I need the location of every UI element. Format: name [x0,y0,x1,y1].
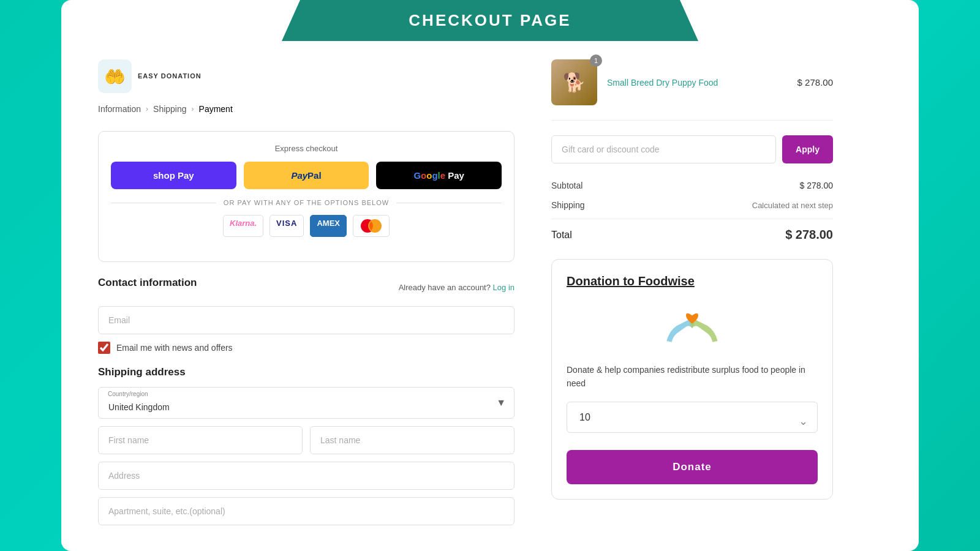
contact-section-title: Contact information [98,277,197,289]
subtotal-row: Subtotal $ 278.00 [551,176,833,195]
subtotal-label: Subtotal [551,181,582,190]
breadcrumb-sep-2: › [192,105,194,113]
klarna-icon: Klarna. [223,215,263,237]
apply-button[interactable]: Apply [782,135,833,163]
breadcrumb-shipping[interactable]: Shipping [153,104,187,114]
shop-pay-label: shop Pay [153,170,194,181]
product-price: $ 278.00 [797,77,833,88]
shipping-row: Shipping Calculated at next step [551,195,833,215]
brand-name: EASY DONATION [138,72,202,80]
donation-amount-select[interactable]: 5 10 15 20 25 50 [567,402,818,433]
breadcrumb-payment[interactable]: Payment [199,104,233,114]
product-image: 🐕 [551,59,597,105]
product-item: 🐕 1 Small Breed Dry Puppy Food $ 278.00 [551,59,833,121]
apartment-input[interactable] [98,497,514,525]
total-row: Total $ 278.00 [551,219,833,247]
account-prompt-text: Already have an account? [399,283,491,292]
email-input[interactable] [98,306,514,334]
or-divider: OR PAY WITH ANY OF THE OPTIONS BELOW [111,199,502,206]
page-title: CHECKOUT PAGE [282,11,698,30]
account-prompt: Already have an account? Log in [399,283,514,292]
breadcrumb-information[interactable]: Information [98,104,141,114]
donation-title: Donation to Foodwise [567,274,818,288]
subtotal-value: $ 278.00 [800,181,834,190]
donate-button[interactable]: Donate [567,450,818,484]
total-value: $ 278.00 [785,228,833,242]
product-badge: 1 [590,54,602,67]
shipping-section: Shipping address Country/region United K… [98,366,514,533]
gpay-label: Google Pay [413,170,464,181]
donation-description: Donate & help companies redistribute sur… [567,363,818,391]
login-link[interactable]: Log in [493,283,514,292]
visa-icon: VISA [270,215,304,237]
address-input[interactable] [98,462,514,490]
or-text: OR PAY WITH ANY OF THE OPTIONS BELOW [224,199,389,206]
header-banner: CHECKOUT PAGE [282,0,698,41]
payment-icons-row: Klarna. VISA AMEX [111,215,502,237]
email-news-checkbox[interactable] [98,342,110,354]
country-select[interactable]: United Kingdom United States Canada [98,387,514,419]
paypal-button[interactable]: PayPal [244,162,369,189]
last-name-input[interactable] [310,426,514,454]
country-select-wrapper: Country/region United Kingdom United Sta… [98,387,514,419]
contact-section-header: Contact information Already have an acco… [98,277,514,298]
mastercard-icon [353,215,390,237]
breadcrumb: Information › Shipping › Payment [98,104,514,114]
email-news-label: Email me with news and offers [116,343,233,353]
donation-logo-icon [662,298,723,353]
shipping-value: Calculated at next step [752,201,833,210]
name-row [98,426,514,454]
product-name-link[interactable]: Small Breed Dry Puppy Food [607,78,788,88]
donation-card: Donation to Foodwise Donate & help compa… [551,259,833,500]
left-panel: 🤲 EASY DONATION Information › Shipping ›… [98,59,514,533]
donation-amount-wrapper: 5 10 15 20 25 50 ⌄ [567,402,818,441]
payment-buttons-row: shop Pay PayPal Google Pay [111,162,502,189]
first-name-input[interactable] [98,426,303,454]
shop-pay-button[interactable]: shop Pay [111,162,236,189]
shipping-section-title: Shipping address [98,366,514,378]
total-label: Total [551,230,572,241]
discount-row: Apply [551,135,833,163]
shipping-label: Shipping [551,200,585,210]
donation-logo-wrapper [567,298,818,353]
product-image-wrapper: 🐕 1 [551,59,597,105]
country-label: Country/region [108,391,148,397]
amex-icon: AMEX [310,215,347,237]
right-panel: 🐕 1 Small Breed Dry Puppy Food $ 278.00 … [551,59,833,533]
brand: 🤲 EASY DONATION [98,59,514,93]
paypal-label: PayPal [291,170,321,181]
totals-section: Subtotal $ 278.00 Shipping Calculated at… [551,176,833,247]
brand-logo: 🤲 [98,59,132,93]
gpay-button[interactable]: Google Pay [376,162,502,189]
discount-input[interactable] [551,135,776,163]
express-checkout-section: Express checkout shop Pay PayPal Google … [98,131,514,262]
express-checkout-title: Express checkout [111,144,502,153]
breadcrumb-sep-1: › [146,105,148,113]
svg-text:🤲: 🤲 [104,67,126,87]
email-news-row: Email me with news and offers [98,342,514,354]
